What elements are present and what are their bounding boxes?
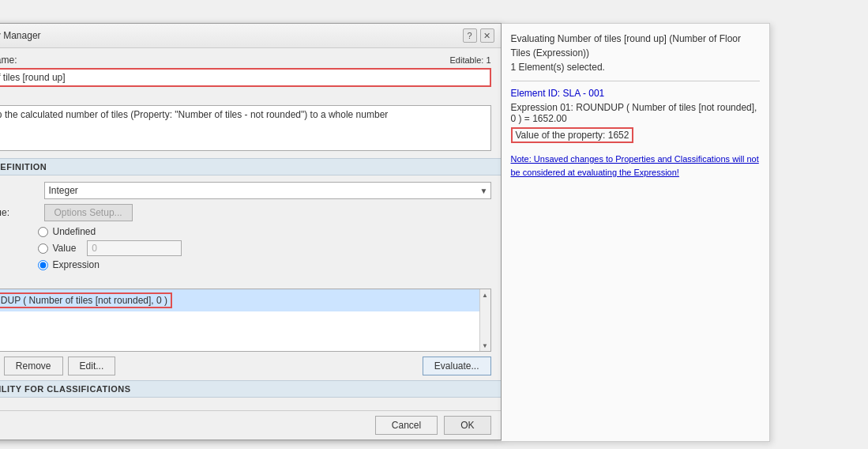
property-name-row: Property Name: Editable: 1 — [0, 55, 491, 66]
options-setup-button[interactable]: Options Setup... — [44, 204, 133, 221]
radio-value-row: Value — [38, 240, 491, 256]
editable-badge: Editable: 1 — [450, 55, 491, 65]
value-definition-label: VALUE DEFINITION — [0, 162, 47, 172]
sequence-scrollbar: ▲ ▼ — [479, 289, 490, 351]
sequence-item[interactable]: ⊕ ROUNDUP ( Number of tiles [not rounded… — [0, 289, 490, 311]
data-type-row: Data Type: Integer ▼ — [0, 182, 491, 199]
dialog-body: Property Name: Editable: 1 Description: … — [0, 48, 501, 410]
dialog-title: Property Manager — [0, 30, 41, 41]
titlebar-left: P Property Manager — [0, 29, 41, 42]
remove-button[interactable]: Remove — [4, 357, 63, 375]
value-definition-section-header: ▼ VALUE DEFINITION — [0, 158, 501, 175]
availability-section-header: ▶ AVAILABILITY FOR CLASSIFICATIONS — [0, 380, 501, 398]
close-button[interactable]: ✕ — [480, 28, 494, 43]
evaluate-button[interactable]: Evaluate... — [423, 357, 491, 375]
property-manager-dialog: P Property Manager ? ✕ Property Name: Ed… — [0, 23, 502, 440]
cancel-button[interactable]: Cancel — [375, 416, 438, 435]
data-type-select-wrapper[interactable]: Integer ▼ — [44, 182, 491, 199]
description-label: Description: — [0, 92, 491, 103]
radio-value-label: Value — [53, 243, 77, 254]
data-type-label: Data Type: — [0, 185, 38, 196]
value-highlight: Value of the property: 1652 — [511, 127, 634, 143]
availability-label: AVAILABILITY FOR CLASSIFICATIONS — [0, 384, 131, 394]
side-panel: Evaluating Number of tiles [round up] (N… — [502, 23, 770, 442]
radio-undefined[interactable] — [38, 227, 48, 237]
eval-title: Evaluating Number of tiles [round up] (N… — [511, 32, 760, 74]
sequence-box: ⊕ ROUNDUP ( Number of tiles [not rounded… — [0, 289, 491, 352]
expression-line: Expression 01: ROUNDUP ( Number of tiles… — [511, 102, 760, 124]
description-textarea[interactable]: Rounds up the calculated number of tiles… — [0, 105, 491, 151]
help-button[interactable]: ? — [463, 28, 477, 43]
radio-value[interactable] — [38, 243, 48, 254]
sequence-label: Sequence — [0, 275, 491, 286]
scroll-up-button[interactable]: ▲ — [479, 289, 490, 300]
action-buttons-row: Add... Remove Edit... Evaluate... — [0, 357, 491, 375]
divider — [511, 81, 760, 81]
scroll-down-button[interactable]: ▼ — [479, 340, 490, 351]
note-text: Note: Unsaved changes to Properties and … — [511, 153, 760, 179]
ok-button[interactable]: OK — [444, 416, 490, 435]
element-id: Element ID: SLA - 001 — [511, 88, 760, 99]
property-name-label: Property Name: — [0, 55, 17, 66]
data-type-select[interactable]: Integer — [44, 182, 491, 199]
default-value-row: Default Value: Options Setup... — [0, 204, 491, 221]
radio-expression-label: Expression — [53, 259, 100, 270]
radio-group: Undefined Value Expression — [38, 226, 491, 270]
edit-button[interactable]: Edit... — [68, 357, 116, 375]
dialog-footer: Cancel OK — [0, 410, 501, 440]
value-input[interactable] — [87, 240, 182, 256]
radio-undefined-label: Undefined — [53, 226, 96, 237]
radio-expression[interactable] — [38, 260, 48, 270]
default-value-label: Default Value: — [0, 207, 38, 218]
radio-undefined-row: Undefined — [38, 226, 491, 237]
sequence-item-text: ROUNDUP ( Number of tiles [not rounded],… — [0, 292, 172, 308]
radio-expression-row: Expression — [38, 259, 491, 270]
property-name-input[interactable] — [0, 68, 491, 87]
dialog-titlebar: P Property Manager ? ✕ — [0, 24, 501, 48]
titlebar-right: ? ✕ — [463, 28, 494, 43]
value-line: Value of the property: 1652 — [511, 127, 760, 149]
